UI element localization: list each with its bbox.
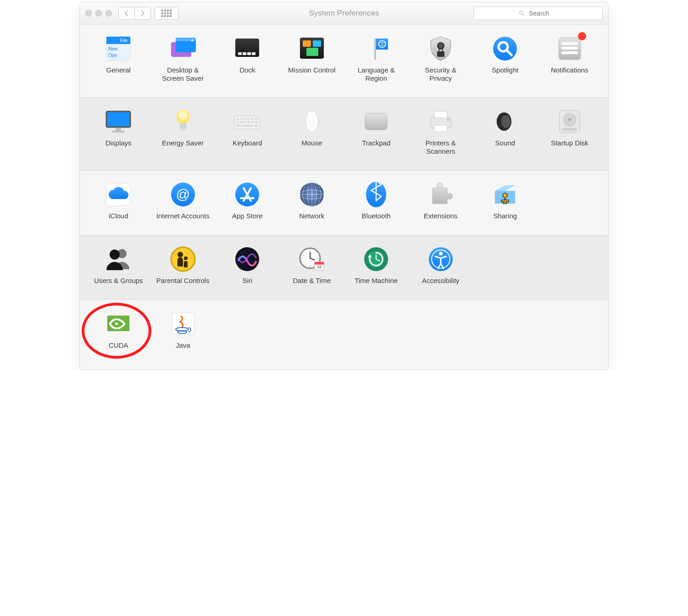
prefpane-label: Mouse — [301, 139, 322, 147]
users-icon — [104, 244, 133, 274]
prefpane-trackpad[interactable]: Trackpad — [344, 107, 409, 155]
prefpane-bluetooth[interactable]: Bluetooth — [344, 180, 409, 220]
prefpane-general[interactable]: General — [86, 34, 151, 83]
prefpane-row: Users & GroupsParental ControlsSiriDate … — [80, 235, 608, 300]
prefpane-label: Language & Region — [349, 66, 404, 83]
prefpane-label: Startup Disk — [551, 139, 588, 147]
prefpane-label: Java — [176, 341, 190, 350]
prefpane-label: Network — [299, 212, 324, 220]
prefpane-cuda[interactable]: CUDA — [86, 309, 151, 350]
language-icon — [361, 34, 391, 63]
prefpane-label: Siri — [242, 277, 252, 285]
prefpane-printers[interactable]: Printers & Scanners — [409, 107, 473, 155]
prefpane-timemachine[interactable]: Time Machine — [344, 244, 409, 285]
prefpane-label: Internet Accounts — [156, 212, 210, 220]
prefpane-dock[interactable]: Dock — [215, 34, 280, 83]
accessibility-icon — [426, 244, 455, 274]
prefpane-label: Users & Groups — [94, 277, 143, 285]
prefpane-label: Printers & Scanners — [413, 139, 468, 155]
prefpane-java[interactable]: Java — [151, 309, 216, 350]
prefpane-label: Desktop & Screen Saver — [155, 66, 211, 83]
prefpane-keyboard[interactable]: Keyboard — [215, 107, 280, 155]
prefpane-appstore[interactable]: App Store — [215, 180, 280, 220]
prefpane-extensions[interactable]: Extensions — [409, 180, 473, 220]
prefpane-row: iCloudInternet AccountsApp StoreNetworkB… — [80, 171, 608, 235]
close-window-button[interactable] — [85, 10, 92, 17]
prefpane-row: CUDAJava — [80, 300, 608, 370]
show-all-button[interactable] — [155, 7, 178, 20]
siri-icon — [233, 244, 262, 274]
displays-icon — [104, 107, 133, 136]
general-icon — [104, 34, 133, 63]
prefpane-label: Energy Saver — [162, 139, 204, 147]
prefpane-desktop[interactable]: Desktop & Screen Saver — [151, 34, 216, 83]
prefpane-mission[interactable]: Mission Control — [280, 34, 344, 83]
network-icon — [297, 180, 327, 209]
prefpane-label: Spotlight — [492, 66, 518, 74]
search-field[interactable] — [473, 6, 603, 20]
mouse-icon — [297, 107, 327, 136]
prefpane-label: Notifications — [551, 66, 588, 74]
bluetooth-icon — [361, 180, 391, 209]
spotlight-icon — [490, 34, 520, 63]
prefpane-label: Dock — [239, 66, 255, 74]
desktop-icon — [168, 34, 198, 63]
prefpane-label: Keyboard — [233, 139, 262, 147]
prefpane-mouse[interactable]: Mouse — [280, 107, 344, 155]
back-button[interactable] — [118, 7, 135, 20]
timemachine-icon — [361, 244, 391, 274]
traffic-lights — [85, 10, 112, 17]
prefpane-label: Mission Control — [288, 66, 335, 74]
extensions-icon — [426, 180, 455, 209]
prefpane-language[interactable]: Language & Region — [344, 34, 409, 83]
startup-icon — [555, 107, 584, 136]
prefpane-notifications[interactable]: Notifications — [538, 34, 602, 83]
prefpane-icloud[interactable]: iCloud — [86, 180, 151, 220]
internet-icon — [168, 180, 198, 209]
prefpane-label: CUDA — [109, 341, 128, 350]
prefpane-network[interactable]: Network — [280, 180, 344, 220]
prefpane-internet[interactable]: Internet Accounts — [151, 180, 216, 220]
prefpane-label: Bluetooth — [362, 212, 391, 220]
prefpane-energy[interactable]: Energy Saver — [151, 107, 216, 155]
energy-icon — [168, 107, 198, 136]
prefpane-datetime[interactable]: Date & Time — [280, 244, 344, 285]
printers-icon — [426, 107, 455, 136]
titlebar: System Preferences — [80, 2, 608, 25]
prefpane-parental[interactable]: Parental Controls — [151, 244, 216, 285]
zoom-window-button[interactable] — [105, 10, 112, 17]
prefpane-row: GeneralDesktop & Screen SaverDockMission… — [80, 25, 608, 98]
prefpane-label: Security & Privacy — [413, 66, 468, 83]
prefpane-displays[interactable]: Displays — [86, 107, 151, 155]
sharing-icon — [490, 180, 520, 209]
svg-line-1 — [523, 14, 525, 16]
prefpane-users[interactable]: Users & Groups — [86, 244, 151, 285]
grid-icon — [161, 10, 172, 17]
sound-icon — [490, 107, 520, 136]
java-icon — [168, 309, 198, 339]
minimize-window-button[interactable] — [95, 10, 102, 17]
prefpane-accessibility[interactable]: Accessibility — [409, 244, 473, 285]
prefpane-label: Displays — [105, 139, 132, 147]
search-input[interactable] — [528, 9, 557, 17]
prefpane-rows: GeneralDesktop & Screen SaverDockMission… — [80, 25, 608, 370]
parental-icon — [168, 244, 198, 274]
forward-button[interactable] — [135, 7, 151, 20]
mission-icon — [297, 34, 327, 63]
prefpane-sharing[interactable]: Sharing — [473, 180, 538, 220]
prefpane-label: Parental Controls — [156, 277, 210, 285]
icloud-icon — [104, 180, 133, 209]
notifications-icon — [555, 34, 584, 63]
prefpane-label: Sound — [495, 139, 515, 147]
notification-badge — [578, 32, 586, 40]
prefpane-security[interactable]: Security & Privacy — [409, 34, 473, 83]
prefpane-startup[interactable]: Startup Disk — [538, 107, 602, 155]
prefpane-sound[interactable]: Sound — [473, 107, 538, 155]
prefpane-spotlight[interactable]: Spotlight — [473, 34, 538, 83]
prefpane-label: General — [106, 66, 131, 74]
prefpane-label: Sharing — [493, 212, 517, 220]
prefpane-label: App Store — [232, 212, 263, 220]
prefpane-siri[interactable]: Siri — [215, 244, 280, 285]
prefpane-label: Time Machine — [355, 277, 398, 285]
search-icon — [519, 10, 525, 17]
